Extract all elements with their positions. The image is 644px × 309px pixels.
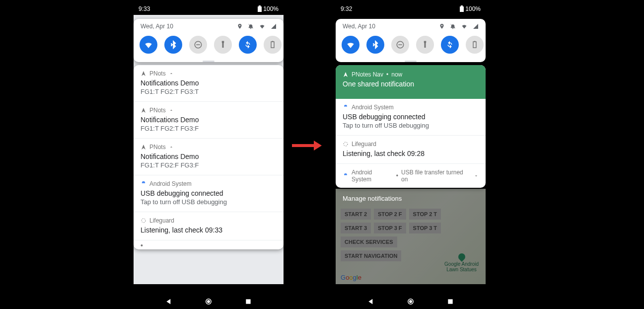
svg-rect-5 (272, 41, 274, 42)
android-icon (343, 173, 349, 179)
qs-wifi[interactable] (140, 36, 157, 54)
notification-item[interactable]: PNots Notifications Demo FG1:T FG2:T FG3… (134, 102, 284, 139)
notif-app: Android System (149, 180, 192, 187)
map-btn[interactable]: STOP 2 F (374, 209, 406, 220)
collapsed-text: USB file transfer turned on (401, 169, 471, 183)
shade-date: Wed, Apr 10 (141, 23, 173, 30)
notification-item[interactable]: PNots Notifications Demo FG1:T FG2:T FG3… (134, 65, 284, 102)
notif-app: PNots (149, 144, 166, 151)
map-btn[interactable]: START 3 (341, 223, 371, 233)
map-btn[interactable]: STOP 3 T (409, 223, 441, 233)
qs-bluetooth[interactable] (366, 36, 384, 54)
svg-rect-4 (271, 42, 274, 48)
qs-flashlight[interactable] (214, 36, 232, 54)
wifi-icon (259, 23, 266, 29)
wifi-icon (461, 23, 468, 29)
nav-home[interactable] (406, 297, 415, 306)
nav-back[interactable] (164, 297, 173, 306)
map-buttons-bg: START 2 STOP 2 F STOP 2 T START 3 STOP 3… (341, 209, 450, 261)
lifeguard-icon (343, 141, 349, 147)
shade-handle[interactable] (405, 61, 417, 62)
notif-body: Tap to turn off USB debugging (343, 122, 479, 129)
map-btn[interactable]: START NAVIGATION (341, 250, 401, 261)
svg-rect-10 (460, 6, 464, 12)
chevron-up-icon (169, 145, 174, 150)
shade-handle[interactable] (203, 61, 215, 62)
qs-battery-saver[interactable] (264, 36, 282, 54)
notif-body: FG1:T FG2:F FG3:F (141, 161, 277, 169)
notif-title: USB debugging connected (343, 113, 479, 121)
status-bar: 9:32 100% (334, 3, 488, 15)
notif-app: Android System (352, 104, 394, 111)
notif-title: Listening, last check 09:33 (141, 226, 277, 234)
svg-rect-19 (448, 299, 452, 304)
location-icon (439, 23, 445, 29)
notif-body: Tap to turn off USB debugging (141, 198, 277, 206)
notification-list: PNots Notifications Demo FG1:T FG2:T FG3… (134, 65, 284, 249)
nav-icon (141, 107, 146, 113)
notif-time: now (391, 71, 402, 78)
notification-item[interactable]: Lifeguard Listening, last check 09:33 (134, 212, 284, 240)
transition-arrow (292, 144, 314, 147)
notification-item[interactable]: PNots Notifications Demo FG1:T FG2:F FG3… (134, 139, 284, 175)
notif-app: PNotes Nav (352, 71, 383, 78)
map-btn[interactable]: STOP 2 T (409, 209, 441, 220)
map-btn[interactable]: STOP 3 F (374, 223, 406, 233)
phone-right: START 2 STOP 2 F STOP 2 T START 3 STOP 3… (334, 0, 488, 309)
android-icon (343, 104, 349, 110)
nav-icon (343, 72, 349, 77)
qs-autorotate[interactable] (239, 36, 257, 54)
map-btn[interactable]: START 2 (341, 209, 371, 220)
status-time: 9:33 (139, 5, 150, 12)
qs-flashlight[interactable] (416, 36, 434, 54)
qs-bluetooth[interactable] (164, 36, 182, 54)
notif-title: USB debugging connected (141, 189, 277, 197)
qs-autorotate[interactable] (441, 36, 459, 54)
svg-point-18 (409, 300, 412, 303)
notification-item[interactable]: Android System USB debugging connected T… (134, 175, 284, 212)
qs-wifi[interactable] (342, 36, 359, 54)
nav-home[interactable] (204, 297, 213, 306)
map-btn[interactable]: CHECK SERVICES (341, 236, 397, 247)
nav-recent[interactable] (446, 297, 455, 306)
android-icon (141, 181, 146, 187)
svg-point-16 (344, 142, 348, 146)
notification-collapsed[interactable]: Android System • USB file transfer turne… (336, 164, 486, 188)
bell-off-icon (248, 23, 254, 29)
qs-dnd[interactable] (391, 36, 409, 54)
status-battery: 100% (263, 5, 279, 12)
notification-item[interactable]: Lifeguard Listening, last check 09:28 (336, 136, 486, 164)
signal-icon (271, 23, 277, 29)
battery-icon (459, 5, 464, 12)
location-icon (237, 23, 243, 29)
notif-app: PNots (149, 70, 166, 77)
quick-settings-row (336, 33, 486, 61)
phone-left: 9:33 100% Wed, Apr 10 (132, 0, 286, 309)
map-poi: Google Android Lawn Statues (444, 253, 479, 272)
qs-battery-saver[interactable] (466, 36, 484, 54)
shade-date: Wed, Apr 10 (343, 23, 375, 30)
chevron-down-icon (474, 173, 479, 178)
nav-icon (141, 144, 146, 150)
status-bar: 9:33 100% (132, 3, 286, 15)
svg-point-6 (142, 219, 145, 223)
nav-recent[interactable] (244, 297, 253, 306)
notif-app: PNots (149, 107, 166, 114)
nav-back[interactable] (366, 297, 375, 306)
notification-item[interactable]: Android System USB debugging connected T… (336, 99, 486, 136)
svg-rect-9 (246, 299, 250, 304)
notif-title: Notifications Demo (141, 79, 277, 87)
collapsed-app: Android System (352, 169, 393, 183)
notif-app: Lifeguard (352, 141, 376, 148)
notification-item-highlighted[interactable]: PNotes Nav • now One shared notification (336, 65, 486, 99)
qs-dnd[interactable] (189, 36, 207, 54)
svg-rect-15 (474, 41, 476, 42)
manage-notifications-link[interactable]: Manage notifications (336, 190, 486, 207)
chevron-up-icon (169, 71, 174, 76)
status-time: 9:32 (341, 5, 352, 12)
more-indicator: • (134, 240, 284, 249)
notif-body: FG1:T FG2:T FG3:T (141, 88, 277, 95)
svg-rect-0 (258, 6, 262, 12)
notif-body: FG1:T FG2:T FG3:F (141, 125, 277, 132)
quick-settings-panel: Wed, Apr 10 (134, 19, 284, 62)
